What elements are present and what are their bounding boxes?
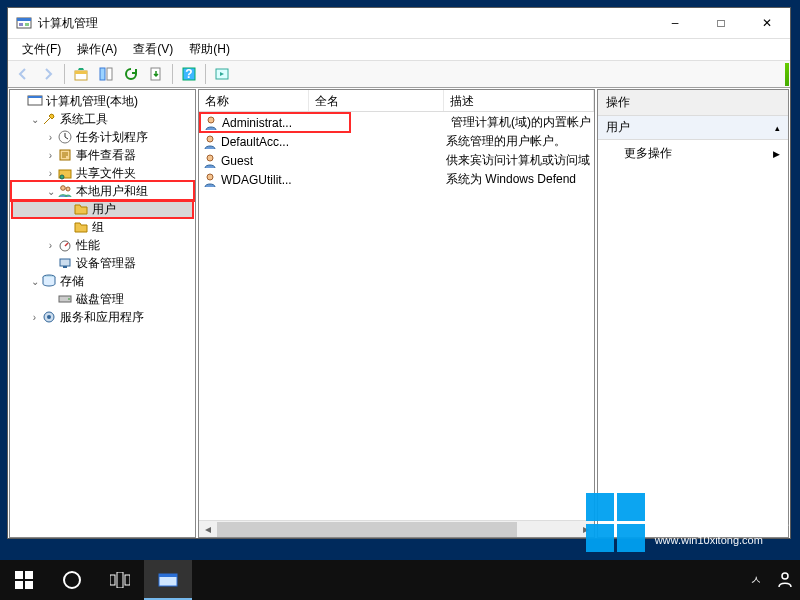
toolbar: ? (8, 60, 790, 88)
cell-desc: 系统管理的用户帐户。 (446, 133, 594, 150)
collapse-icon: ▴ (775, 123, 780, 133)
up-level-button[interactable] (70, 63, 92, 85)
user-icon (202, 134, 218, 150)
list-row[interactable]: WDAGUtilit... 系统为 Windows Defend (199, 170, 594, 189)
window-title: 计算机管理 (38, 15, 652, 32)
tree-event-viewer[interactable]: ›事件查看器 (12, 146, 193, 164)
taskbar[interactable]: ㅅ (0, 560, 800, 600)
svg-rect-34 (15, 581, 23, 589)
toolbar-separator (64, 64, 65, 84)
svg-rect-35 (25, 581, 33, 589)
tree-label: 磁盘管理 (76, 291, 124, 308)
horizontal-scrollbar[interactable]: ◂ ▸ (199, 520, 594, 537)
nav-back-button[interactable] (12, 63, 34, 85)
tree-device-manager[interactable]: 设备管理器 (12, 254, 193, 272)
svg-point-42 (782, 573, 788, 579)
svg-point-17 (60, 175, 64, 179)
menu-help[interactable]: 帮助(H) (183, 39, 236, 60)
tree-root[interactable]: 计算机管理(本地) (12, 92, 193, 110)
chevron-right-icon: ▶ (773, 149, 780, 159)
expand-icon[interactable]: › (28, 312, 41, 323)
actions-section[interactable]: 用户 ▴ (598, 116, 788, 140)
computer-icon (27, 93, 43, 109)
maximize-button[interactable]: □ (698, 8, 744, 38)
collapse-icon[interactable]: ⌄ (44, 186, 57, 197)
actions-pane: 操作 用户 ▴ 更多操作 ▶ (597, 89, 789, 538)
tree-task-scheduler[interactable]: ›任务计划程序 (12, 128, 193, 146)
cell-desc: 系统为 Windows Defend (446, 171, 594, 188)
properties-button[interactable] (95, 63, 117, 85)
col-fullname[interactable]: 全名 (309, 90, 444, 111)
tree-pane[interactable]: 计算机管理(本地) ⌄ 系统工具 ›任务计划程序 ›事件查看器 (9, 89, 196, 538)
refresh-button[interactable] (120, 63, 142, 85)
user-icon (202, 172, 218, 188)
list-row[interactable]: DefaultAcc... 系统管理的用户帐户。 (199, 132, 594, 151)
tree-groups[interactable]: 组 (12, 218, 193, 236)
menu-view[interactable]: 查看(V) (127, 39, 179, 60)
tree-label: 组 (92, 219, 104, 236)
col-name[interactable]: 名称 (199, 90, 309, 111)
cell-desc: 管理计算机(域)的内置帐户 (451, 114, 594, 131)
tree-system-tools[interactable]: ⌄ 系统工具 (12, 110, 193, 128)
list-pane: 名称 全名 描述 Administrat... 管理计算机(域)的内置帐户 De… (198, 89, 595, 538)
tree-label: 本地用户和组 (76, 183, 148, 200)
expand-icon[interactable]: › (44, 168, 57, 179)
expand-icon[interactable]: › (44, 240, 57, 251)
taskbar-app-compmgmt[interactable] (144, 560, 192, 600)
tree-label: 任务计划程序 (76, 129, 148, 146)
user-icon (203, 115, 219, 131)
svg-rect-33 (25, 571, 33, 579)
app-icon (16, 15, 32, 31)
collapse-icon[interactable]: ⌄ (28, 276, 41, 287)
watermark-url: www.win10xitong.com (655, 534, 790, 546)
tree-performance[interactable]: ›性能 (12, 236, 193, 254)
list-row[interactable]: Guest 供来宾访问计算机或访问域 (199, 151, 594, 170)
scroll-left-icon[interactable]: ◂ (199, 522, 216, 536)
tree-services-apps[interactable]: ›服务和应用程序 (12, 308, 193, 326)
svg-rect-37 (110, 575, 115, 585)
minimize-button[interactable]: – (652, 8, 698, 38)
cell-name: DefaultAcc... (221, 135, 311, 149)
system-tray[interactable]: ㅅ (750, 570, 800, 591)
toolbar-separator (172, 64, 173, 84)
services-icon (41, 309, 57, 325)
tree-shared-folders[interactable]: ›共享文件夹 (12, 164, 193, 182)
windows-logo-icon (586, 493, 645, 552)
tree-local-users-groups[interactable]: ⌄ 本地用户和组 (12, 182, 193, 200)
tree-storage[interactable]: ⌄存储 (12, 272, 193, 290)
list-body[interactable]: Administrat... 管理计算机(域)的内置帐户 DefaultAcc.… (199, 112, 594, 537)
close-button[interactable]: ✕ (744, 8, 790, 38)
toolbar-separator (205, 64, 206, 84)
actions-more-label: 更多操作 (624, 145, 672, 162)
actions-more[interactable]: 更多操作 ▶ (598, 140, 788, 167)
menu-action[interactable]: 操作(A) (71, 39, 123, 60)
menu-file[interactable]: 文件(F) (16, 39, 67, 60)
collapse-icon[interactable]: ⌄ (28, 114, 41, 125)
start-button[interactable] (0, 560, 48, 600)
show-hide-button[interactable] (211, 63, 233, 85)
nav-forward-button[interactable] (37, 63, 59, 85)
share-icon (57, 165, 73, 181)
svg-rect-39 (125, 575, 130, 585)
cortana-button[interactable] (48, 560, 96, 600)
mmc-window: 计算机管理 – □ ✕ 文件(F) 操作(A) 查看(V) 帮助(H) ? (7, 7, 791, 539)
list-row-administrator[interactable]: Administrat... (200, 113, 350, 132)
tree-disk-management[interactable]: 磁盘管理 (12, 290, 193, 308)
tray-people-icon[interactable] (776, 570, 794, 591)
tray-overflow-icon[interactable]: ㅅ (750, 572, 762, 589)
taskview-button[interactable] (96, 560, 144, 600)
export-button[interactable] (145, 63, 167, 85)
expand-icon[interactable]: › (44, 150, 57, 161)
col-description[interactable]: 描述 (444, 90, 594, 111)
svg-rect-7 (107, 68, 112, 80)
help-button[interactable]: ? (178, 63, 200, 85)
expand-icon[interactable]: › (44, 132, 57, 143)
svg-point-27 (47, 315, 51, 319)
disk-icon (57, 291, 73, 307)
tree-users[interactable]: 用户 (12, 200, 193, 218)
scroll-thumb[interactable] (217, 522, 517, 537)
folder-icon (73, 219, 89, 235)
cell-name: Guest (221, 154, 311, 168)
watermark-brand: Win10之家 (655, 499, 790, 534)
svg-point-18 (61, 186, 66, 191)
